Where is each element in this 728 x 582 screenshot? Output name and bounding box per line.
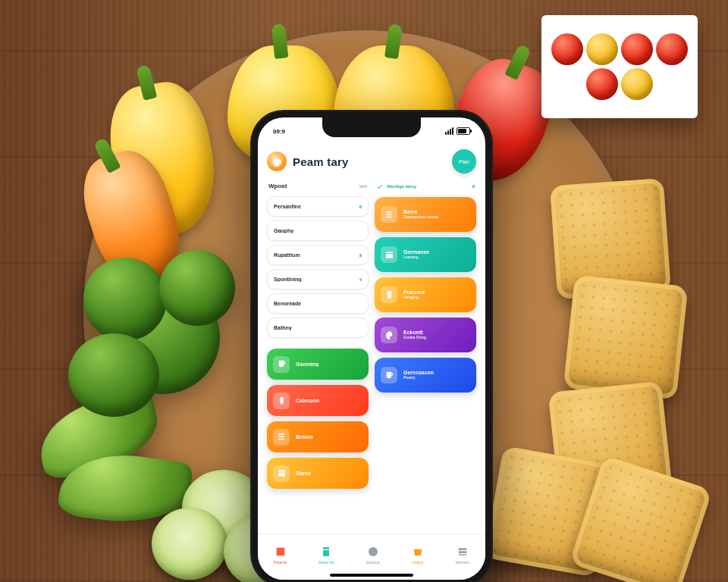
- tab-label: Patante: [274, 560, 287, 565]
- tab-label: Wecrers: [455, 560, 469, 565]
- list-item[interactable]: Rupattium$: [267, 245, 369, 265]
- tomato-bowl: [541, 15, 698, 118]
- list-item-label: Benoreade: [274, 301, 301, 306]
- tile-icon: [273, 393, 290, 409]
- tab-item[interactable]: Ordery: [412, 546, 424, 565]
- category-tile[interactable]: EckonttGooke Dring: [375, 318, 476, 352]
- tab-item[interactable]: Wecrers: [455, 546, 469, 565]
- phone-screen: 09:9 ◉ Peam tary Plan Wpost: [258, 117, 485, 580]
- tile-sublabel: Geereponse canser: [403, 215, 438, 220]
- category-tile[interactable]: Caterpoo: [267, 385, 369, 416]
- tile-icon: [273, 356, 290, 373]
- app-content: ◉ Peam tary Plan Wpost WN Persanfine8Gan…: [258, 117, 485, 580]
- app-title: Peam tary: [293, 155, 349, 168]
- tab-icon: [457, 546, 469, 559]
- left-header-title: Wpost: [268, 183, 287, 189]
- notch-icon: [322, 117, 421, 137]
- tab-icon: [367, 546, 379, 559]
- left-header: Wpost WN: [267, 181, 369, 191]
- list-item[interactable]: Spontining4: [267, 269, 369, 289]
- list-item[interactable]: Ganphy: [267, 221, 369, 241]
- tile-icon: [273, 429, 290, 446]
- tile-label: GerensscenPoetry: [403, 370, 434, 380]
- tab-icon: [275, 546, 287, 559]
- tile-icon: [381, 206, 397, 223]
- tile-sublabel: Poetry: [403, 376, 434, 380]
- list-item[interactable]: Bathny: [267, 318, 369, 338]
- tile-label: Broom: [296, 434, 313, 440]
- tab-icon: [320, 546, 332, 559]
- category-tile[interactable]: Frarcrestrenging: [375, 277, 476, 312]
- list-item-value: $: [359, 253, 362, 258]
- tile-label: Frarcrestrenging: [403, 289, 425, 299]
- list-item-label: Spontining: [274, 277, 302, 282]
- svg-point-0: [369, 547, 378, 556]
- category-tile[interactable]: BerrsGeereponse canser: [375, 197, 476, 232]
- tile-label: Gsoming: [296, 361, 318, 368]
- home-indicator-icon: [330, 574, 413, 577]
- tile-icon: [381, 246, 397, 263]
- phone-frame: 09:9 ◉ Peam tary Plan Wpost: [250, 110, 493, 582]
- right-header: Wenlige tarny 8: [375, 181, 476, 192]
- category-tile[interactable]: Garey: [267, 458, 369, 489]
- tab-label: Derey An: [318, 560, 334, 565]
- category-tile[interactable]: Broom: [267, 421, 369, 452]
- header-action-button[interactable]: Plan: [452, 149, 476, 174]
- tile-sublabel: trenging: [403, 296, 425, 300]
- list-item-value: 8: [359, 205, 362, 209]
- left-column: Wpost WN Persanfine8GanphyRupattium$Spon…: [267, 181, 369, 539]
- brand: ◉ Peam tary: [267, 152, 349, 171]
- list-item-label: Rupattium: [274, 252, 300, 258]
- tile-sublabel: Gooke Dring: [403, 336, 426, 340]
- list-item-label: Persanfine: [274, 204, 301, 209]
- tab-item[interactable]: Patante: [274, 546, 287, 565]
- category-tile[interactable]: Gsoming: [267, 349, 369, 380]
- app-header: ◉ Peam tary Plan: [267, 148, 476, 181]
- header-action-label: Plan: [459, 159, 469, 164]
- greens-cluster: [46, 227, 273, 500]
- list-item-label: Ganphy: [274, 228, 293, 233]
- right-header-value: 8: [472, 184, 475, 189]
- tile-label: BerrsGeereponse canser: [403, 209, 438, 219]
- tile-label: Caterpoo: [296, 398, 319, 404]
- list-item[interactable]: Benoreade: [267, 293, 369, 314]
- tile-sublabel: Learang: [403, 255, 429, 260]
- tab-label: Ordery: [412, 560, 423, 565]
- list-item-label: Bathny: [274, 325, 292, 330]
- right-column: Wenlige tarny 8 BerrsGeereponse canserGe…: [375, 181, 476, 539]
- check-icon: [376, 183, 384, 190]
- tab-item[interactable]: Derey An: [318, 546, 334, 565]
- right-header-label: Wenlige tarny: [387, 184, 469, 189]
- category-tile[interactable]: GermaneeLearang: [375, 237, 476, 272]
- tile-icon: [273, 465, 290, 482]
- brand-icon: ◉: [267, 152, 287, 171]
- tab-bar: PatanteDerey AnEtectivaOrderyWecrers: [258, 534, 485, 580]
- list-item-value: 4: [359, 277, 362, 282]
- left-header-subtitle: WN: [359, 184, 367, 189]
- tab-item[interactable]: Etectiva: [366, 546, 380, 565]
- list-item[interactable]: Persanfine8: [267, 196, 369, 217]
- tile-icon: [381, 327, 397, 343]
- tile-label: Garey: [296, 471, 311, 477]
- tile-icon: [381, 286, 397, 303]
- tab-label: Etectiva: [366, 560, 380, 565]
- tile-icon: [381, 367, 397, 383]
- tab-icon: [412, 546, 424, 559]
- tile-label: EckonttGooke Dring: [403, 330, 426, 340]
- tile-label: GermaneeLearang: [403, 249, 429, 259]
- category-tile[interactable]: GerensscenPoetry: [375, 358, 476, 393]
